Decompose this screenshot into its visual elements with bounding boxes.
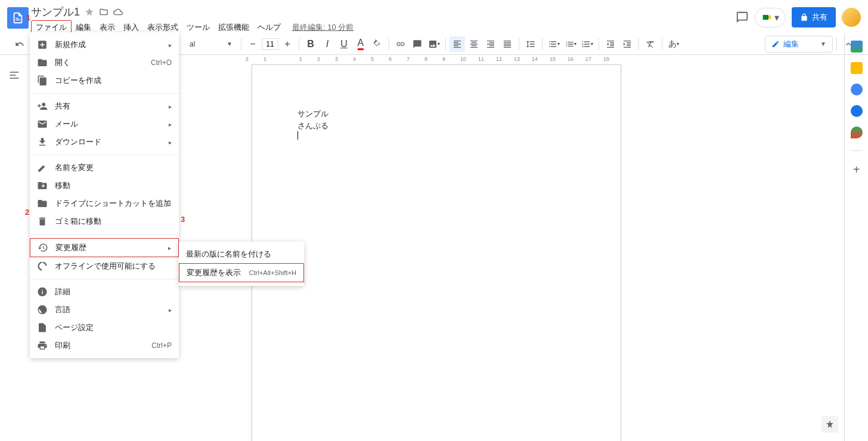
link-button[interactable] — [393, 36, 408, 52]
file-menu-言語[interactable]: 言語▸ — [30, 301, 179, 319]
undo-button[interactable] — [12, 36, 27, 52]
font-size-decrease[interactable]: − — [245, 36, 261, 52]
text-cursor — [297, 131, 298, 140]
add-addon-button[interactable]: + — [853, 163, 860, 177]
move-folder-icon[interactable] — [99, 7, 108, 17]
file-menu-変更履歴[interactable]: 変更履歴▸ — [30, 238, 179, 257]
last-edit-link[interactable]: 最終編集: 10 分前 — [292, 22, 354, 33]
file-menu-印刷[interactable]: 印刷Ctrl+P — [30, 337, 179, 354]
file-menu-詳細[interactable]: 詳細 — [30, 283, 179, 301]
underline-button[interactable]: U — [336, 36, 352, 52]
clear-format-button[interactable] — [643, 36, 658, 52]
menu-tools[interactable]: ツール — [182, 21, 214, 34]
file-menu-新規作成[interactable]: 新規作成▸ — [30, 36, 179, 54]
document-line[interactable]: さんぷる — [297, 120, 575, 132]
menu-help[interactable]: ヘルプ — [253, 21, 285, 34]
calendar-icon[interactable] — [851, 41, 863, 53]
align-center-button[interactable] — [466, 36, 482, 52]
version-history-submenu: 最新の版に名前を付ける変更履歴を表示Ctrl+Alt+Shift+H — [179, 242, 304, 286]
bullet-list-button[interactable]: ▾ — [563, 36, 578, 52]
align-left-button[interactable] — [450, 36, 465, 52]
annotation-2: 2 — [25, 208, 29, 217]
side-panel: + — [844, 33, 868, 441]
annotation-3: 3 — [181, 215, 185, 224]
submenu-変更履歴を表示[interactable]: 変更履歴を表示Ctrl+Alt+Shift+H — [179, 263, 304, 282]
file-menu-dropdown: 新規作成▸開くCtrl+Oコピーを作成共有▸メール▸ダウンロード▸名前を変更移動… — [30, 32, 179, 358]
file-menu-コピーを作成[interactable]: コピーを作成 — [30, 72, 179, 90]
star-icon[interactable] — [85, 7, 94, 17]
explore-button[interactable] — [822, 416, 838, 433]
indent-decrease-button[interactable] — [603, 36, 618, 52]
numbered-list-button[interactable]: ▾ — [579, 36, 595, 52]
keep-icon[interactable] — [851, 62, 863, 74]
menu-extensions[interactable]: 拡張機能 — [214, 21, 253, 34]
font-size-input[interactable] — [262, 38, 278, 50]
file-menu-開く[interactable]: 開くCtrl+O — [30, 54, 179, 72]
share-button[interactable]: 共有 — [792, 7, 836, 27]
align-right-button[interactable] — [483, 36, 498, 52]
image-button[interactable]: ▾ — [426, 36, 442, 52]
comment-button[interactable] — [410, 36, 425, 52]
file-menu-オフラインで使用可能にする[interactable]: オフラインで使用可能にする — [30, 257, 179, 275]
document-title[interactable]: サンプル1 — [31, 5, 80, 19]
outline-icon[interactable] — [8, 69, 20, 81]
file-menu-名前を変更[interactable]: 名前を変更 — [30, 159, 179, 177]
meet-button[interactable]: ▾ — [755, 8, 786, 27]
submenu-最新の版に名前を付ける[interactable]: 最新の版に名前を付ける — [179, 245, 304, 263]
docs-app-icon[interactable] — [7, 7, 29, 29]
user-avatar[interactable] — [842, 8, 861, 27]
comment-history-button[interactable] — [736, 11, 749, 24]
document-line[interactable]: サンプル — [297, 108, 575, 120]
file-menu-ページ設定[interactable]: ページ設定 — [30, 319, 179, 337]
maps-icon[interactable] — [851, 127, 863, 138]
input-tools-button[interactable]: あ▾ — [666, 36, 681, 52]
bold-button[interactable]: B — [303, 36, 318, 52]
contacts-icon[interactable] — [851, 105, 863, 117]
font-size-increase[interactable]: + — [280, 36, 295, 52]
cloud-icon[interactable] — [113, 7, 123, 17]
italic-button[interactable]: I — [320, 36, 335, 52]
document-page[interactable]: サンプル さんぷる — [252, 64, 621, 441]
file-menu-メール[interactable]: メール▸ — [30, 115, 179, 133]
file-menu-移動[interactable]: 移動 — [30, 177, 179, 195]
annotation-1: 1 — [26, 13, 30, 22]
align-justify-button[interactable] — [500, 36, 515, 52]
text-color-button[interactable]: A — [353, 36, 368, 52]
font-family-select[interactable]: al — [190, 40, 225, 48]
line-spacing-button[interactable] — [523, 36, 538, 52]
file-menu-ドライブにショートカットを追加[interactable]: ドライブにショートカットを追加 — [30, 195, 179, 212]
indent-increase-button[interactable] — [619, 36, 635, 52]
file-menu-ゴミ箱に移動[interactable]: ゴミ箱に移動 — [30, 212, 179, 230]
file-menu-ダウンロード[interactable]: ダウンロード▸ — [30, 133, 179, 151]
highlight-button[interactable] — [370, 36, 385, 52]
file-menu-共有[interactable]: 共有▸ — [30, 97, 179, 115]
edit-mode-button[interactable]: 編集 ▼ — [765, 36, 833, 53]
checklist-button[interactable]: ▾ — [546, 36, 562, 52]
tasks-icon[interactable] — [851, 84, 863, 95]
